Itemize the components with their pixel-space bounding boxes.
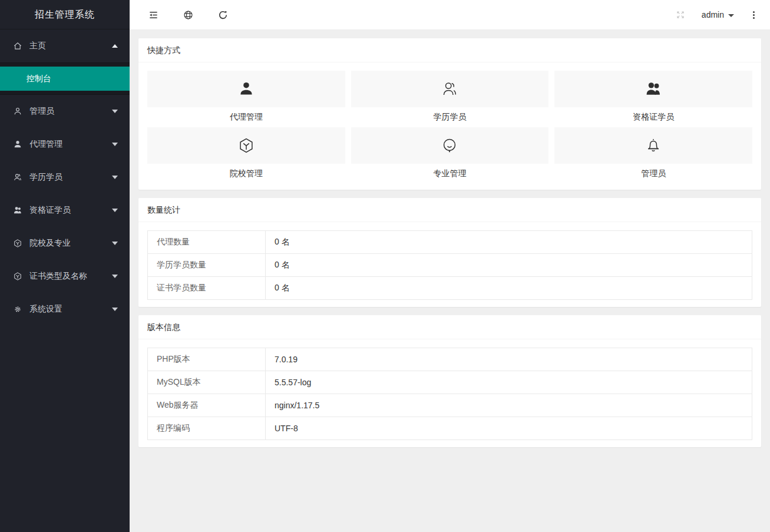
kebab-menu-icon[interactable]	[749, 9, 758, 21]
card-title: 数量统计	[138, 198, 761, 222]
table-row: 代理数量 0 名	[148, 231, 752, 254]
version-label: MySQL版本	[148, 371, 266, 394]
stat-value: 0 名	[266, 277, 752, 300]
shortcut-tiles: 代理管理 学历学员	[147, 71, 752, 183]
sidebar-item-schools-majors[interactable]: 院校及专业	[0, 227, 130, 260]
version-table: PHP版本 7.0.19 MySQL版本 5.5.57-log Web服务器 n…	[147, 348, 752, 440]
cube-icon	[13, 239, 22, 248]
sidebar-submenu-home: 控制台	[0, 62, 130, 95]
sidebar-item-certificate-students[interactable]: 资格证学员	[0, 194, 130, 227]
home-icon	[13, 41, 22, 51]
tile-label: 院校管理	[147, 164, 345, 183]
gear-icon	[13, 305, 22, 314]
tile-label: 专业管理	[351, 164, 549, 183]
sidebar-item-agents[interactable]: 代理管理	[0, 128, 130, 161]
stat-label: 证书学员数量	[148, 277, 266, 300]
sidebar-item-console[interactable]: 控制台	[0, 67, 130, 91]
sidebar-item-label: 资格证学员	[29, 205, 112, 216]
statistics-table: 代理数量 0 名 学历学员数量 0 名 证书学员数量 0 名	[147, 230, 752, 300]
version-value: nginx/1.17.5	[266, 394, 752, 417]
chevron-up-icon	[112, 44, 118, 48]
sidebar-item-label: 证书类型及名称	[29, 271, 112, 282]
sidebar: 招生管理系统 主页 控制台 管理员	[0, 0, 130, 532]
user-outline-icon	[13, 107, 22, 116]
chevron-down-icon	[112, 110, 118, 113]
shortcut-degree-students[interactable]: 学历学员	[351, 71, 549, 126]
app-window: 招生管理系统 主页 控制台 管理员	[0, 0, 770, 532]
cube-icon	[13, 272, 22, 281]
users-filled-icon	[13, 206, 22, 215]
user-filled-icon	[237, 80, 255, 98]
tile-label: 资格证学员	[554, 107, 752, 126]
sidebar-subitem-label: 控制台	[27, 74, 51, 84]
fullscreen-icon[interactable]	[675, 9, 686, 21]
version-value: 7.0.19	[266, 348, 752, 371]
sidebar-item-label: 系统设置	[29, 304, 112, 315]
chevron-down-icon	[112, 275, 118, 278]
table-row: MySQL版本 5.5.57-log	[148, 371, 752, 394]
chevron-down-icon	[112, 242, 118, 245]
version-label: PHP版本	[148, 348, 266, 371]
chevron-down-icon	[112, 143, 118, 146]
sidebar-item-label: 学历学员	[29, 172, 112, 183]
sidebar-item-system-settings[interactable]: 系统设置	[0, 293, 130, 326]
version-label: 程序编码	[148, 417, 266, 440]
tile-label: 代理管理	[147, 107, 345, 126]
table-row: 证书学员数量 0 名	[148, 277, 752, 300]
user-filled-icon	[13, 140, 22, 149]
tile-label: 学历学员	[351, 107, 549, 126]
card-title: 快捷方式	[138, 38, 761, 62]
sidebar-item-label: 管理员	[29, 106, 112, 117]
app-logo-title: 招生管理系统	[0, 0, 130, 29]
stat-value: 0 名	[266, 231, 752, 254]
sidebar-item-label: 主页	[29, 41, 112, 51]
tile-label: 管理员	[554, 164, 752, 183]
sidebar-item-certificate-types[interactable]: 证书类型及名称	[0, 260, 130, 293]
version-card: 版本信息 PHP版本 7.0.19 MySQL版本 5.5.57-log	[138, 315, 761, 447]
shortcut-certificate-students[interactable]: 资格证学员	[554, 71, 752, 126]
shortcut-majors[interactable]: 专业管理	[351, 127, 549, 183]
chevron-down-icon	[112, 176, 118, 179]
username: admin	[702, 10, 724, 19]
sidebar-item-label: 代理管理	[29, 139, 112, 150]
stat-label: 代理数量	[148, 231, 266, 254]
shortcuts-card: 快捷方式 代理管理	[138, 38, 761, 190]
version-value: 5.5.57-log	[266, 371, 752, 394]
stat-value: 0 名	[266, 254, 752, 277]
sidebar-item-home[interactable]: 主页	[0, 29, 130, 62]
globe-icon[interactable]	[182, 9, 194, 21]
shortcut-schools[interactable]: 院校管理	[147, 127, 345, 183]
statistics-card: 数量统计 代理数量 0 名 学历学员数量 0 名	[138, 198, 761, 307]
topbar-right-actions: admin	[675, 9, 758, 21]
smile-face-icon	[441, 137, 458, 154]
collapse-menu-icon[interactable]	[147, 9, 159, 21]
refresh-icon[interactable]	[217, 9, 229, 21]
sidebar-item-degree-students[interactable]: 学历学员	[0, 161, 130, 194]
version-label: Web服务器	[148, 394, 266, 417]
version-value: UTF-8	[266, 417, 752, 440]
table-row: PHP版本 7.0.19	[148, 348, 752, 371]
cube-icon	[237, 137, 255, 154]
bell-icon	[645, 137, 662, 154]
content-column: admin 快捷方式	[130, 0, 770, 532]
card-title: 版本信息	[138, 315, 761, 339]
user-menu[interactable]: admin	[702, 10, 734, 19]
users-outline-icon	[13, 173, 22, 182]
users-filled-icon	[645, 80, 662, 98]
table-row: 程序编码 UTF-8	[148, 417, 752, 440]
sidebar-item-administrators[interactable]: 管理员	[0, 95, 130, 128]
table-row: 学历学员数量 0 名	[148, 254, 752, 277]
shortcut-agents[interactable]: 代理管理	[147, 71, 345, 126]
stat-label: 学历学员数量	[148, 254, 266, 277]
chevron-down-icon	[112, 308, 118, 311]
table-row: Web服务器 nginx/1.17.5	[148, 394, 752, 417]
sidebar-item-label: 院校及专业	[29, 238, 112, 249]
topbar: admin	[130, 0, 770, 30]
topbar-left-actions	[147, 9, 229, 21]
chevron-down-icon	[728, 14, 734, 17]
users-outline-icon	[441, 80, 458, 98]
shortcut-administrators[interactable]: 管理员	[554, 127, 752, 183]
main-content: 快捷方式 代理管理	[130, 30, 770, 532]
chevron-down-icon	[112, 209, 118, 212]
